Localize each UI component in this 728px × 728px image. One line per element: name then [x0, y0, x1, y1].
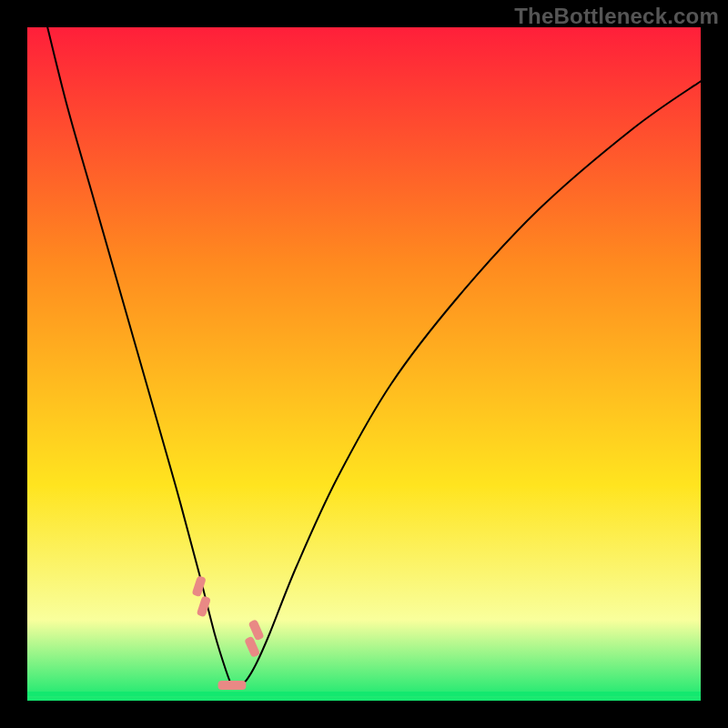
- chart-frame: TheBottleneck.com: [0, 0, 728, 728]
- bottleneck-chart: [27, 27, 701, 701]
- watermark-label: TheBottleneck.com: [514, 4, 719, 29]
- gradient-background: [27, 27, 701, 701]
- curve-marker: [226, 681, 246, 690]
